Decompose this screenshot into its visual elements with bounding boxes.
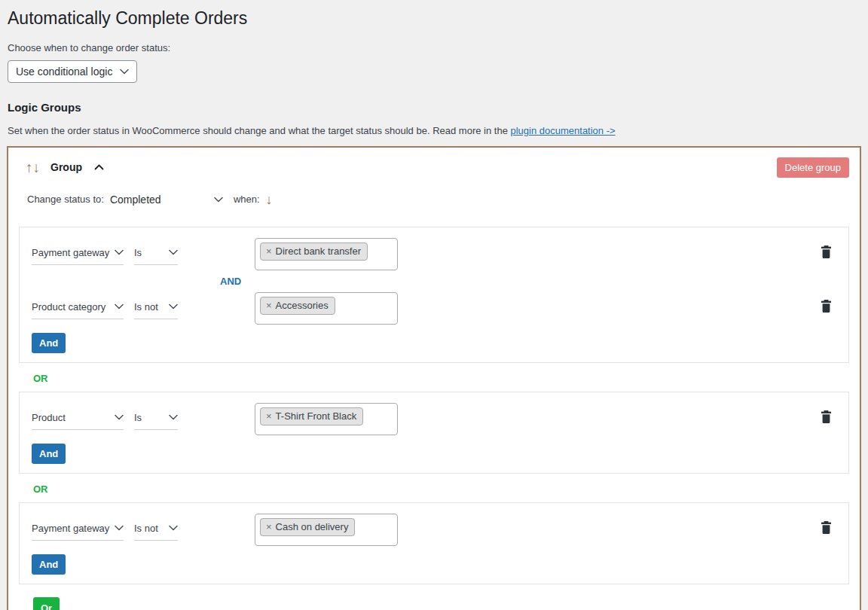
delete-condition-button[interactable] [816, 292, 836, 316]
delete-condition-button[interactable] [816, 238, 836, 261]
condition-operator-select[interactable]: Is not [134, 301, 178, 319]
condition-row: Product Is ×T-Shirt Front Black [32, 403, 836, 435]
value-tag-label: Cash on delivery [276, 521, 349, 532]
remove-tag-icon[interactable]: × [266, 411, 272, 421]
condition-field-select[interactable]: Product [32, 412, 124, 430]
chevron-down-icon [115, 525, 124, 531]
down-arrow-icon: ↓ [266, 193, 273, 206]
condition-field-value: Product [32, 412, 66, 423]
settings-page: Automatically Complete Orders Choose whe… [0, 0, 868, 610]
condition-field-select[interactable]: Product category [32, 301, 124, 319]
add-or-subgroup-button[interactable]: Or [33, 597, 60, 610]
chevron-down-icon [214, 197, 223, 203]
trash-icon [821, 300, 832, 313]
condition-subgroup: Product Is ×T-Shirt Front Black And [19, 392, 849, 474]
condition-operator-select[interactable]: Is [134, 412, 178, 430]
condition-operator-select[interactable]: Is [134, 247, 178, 265]
move-group-down-icon[interactable]: ↓ [33, 160, 41, 175]
condition-field-value: Payment gateway [32, 523, 109, 534]
chevron-down-icon [120, 69, 129, 75]
condition-values-input[interactable]: ×Direct bank transfer [255, 238, 398, 270]
remove-tag-icon[interactable]: × [266, 246, 272, 256]
or-separator: OR [33, 373, 849, 384]
delete-group-button[interactable]: Delete group [777, 157, 849, 178]
add-and-condition-button[interactable]: And [32, 554, 66, 575]
logic-group: ↑↓ Group Delete group Change status to: … [7, 146, 861, 610]
condition-operator-value: Is [134, 412, 142, 423]
condition-operator-value: Is [134, 247, 142, 258]
chevron-down-icon [115, 414, 124, 420]
value-tag-label: Direct bank transfer [276, 246, 361, 257]
change-status-label: Change status to: [27, 194, 104, 205]
target-status-value: Completed [110, 194, 161, 206]
logic-groups-heading: Logic Groups [8, 101, 861, 114]
value-tag: ×T-Shirt Front Black [260, 407, 363, 425]
trash-icon [821, 246, 832, 258]
chevron-down-icon [169, 414, 178, 420]
or-separator: OR [33, 483, 849, 495]
add-and-condition-button[interactable]: And [32, 333, 66, 353]
chevron-down-icon [115, 249, 124, 255]
condition-operator-value: Is not [134, 523, 158, 534]
condition-operator-select[interactable]: Is not [134, 523, 178, 541]
delete-condition-button[interactable] [816, 514, 836, 537]
value-tag-label: T-Shirt Front Black [276, 410, 357, 422]
chevron-down-icon [169, 249, 178, 255]
chevron-down-icon [115, 303, 124, 310]
condition-values-input[interactable]: ×T-Shirt Front Black [255, 403, 398, 435]
remove-tag-icon[interactable]: × [266, 522, 272, 532]
condition-row: Product category Is not ×Accessories [32, 292, 836, 325]
target-status-select[interactable]: Completed [110, 194, 223, 206]
group-title: Group [50, 161, 82, 173]
value-tag: ×Accessories [260, 297, 335, 315]
condition-row: Payment gateway Is not ×Cash on delivery [32, 514, 836, 546]
remove-tag-icon[interactable]: × [266, 300, 272, 310]
change-status-mode-label: Choose when to change order status: [8, 42, 861, 53]
condition-values-input[interactable]: ×Accessories [255, 292, 398, 325]
mode-select-value: Use conditional logic [16, 66, 112, 78]
mode-select[interactable]: Use conditional logic [8, 60, 137, 83]
chevron-down-icon [169, 303, 178, 310]
condition-field-select[interactable]: Payment gateway [32, 523, 124, 541]
when-label: when: [234, 194, 260, 205]
condition-row: Payment gateway Is ×Direct bank transfer [32, 238, 836, 270]
value-tag-label: Accessories [276, 300, 329, 311]
page-title: Automatically Complete Orders [7, 0, 861, 30]
add-and-condition-button[interactable]: And [32, 444, 66, 464]
condition-values-input[interactable]: ×Cash on delivery [255, 514, 398, 546]
group-header: ↑↓ Group Delete group [19, 148, 849, 179]
condition-field-value: Product category [32, 301, 105, 313]
condition-subgroup: Payment gateway Is ×Direct bank transfer… [19, 227, 849, 363]
description-text: Set when the order status in WooCommerce… [8, 125, 510, 136]
condition-subgroup: Payment gateway Is not ×Cash on delivery… [19, 502, 849, 584]
condition-operator-value: Is not [134, 301, 158, 313]
delete-condition-button[interactable] [816, 403, 836, 426]
trash-icon [821, 410, 832, 423]
and-separator: AND [220, 276, 836, 287]
condition-field-select[interactable]: Payment gateway [32, 247, 124, 265]
collapse-group-icon[interactable] [94, 164, 104, 170]
plugin-documentation-link[interactable]: plugin documentation -> [510, 125, 615, 136]
condition-field-value: Payment gateway [32, 247, 109, 258]
value-tag: ×Direct bank transfer [260, 242, 368, 261]
change-status-row: Change status to: Completed when: ↓ [19, 179, 849, 206]
trash-icon [821, 521, 832, 534]
logic-groups-description: Set when the order status in WooCommerce… [8, 125, 861, 136]
move-group-up-icon[interactable]: ↑ [26, 160, 33, 175]
value-tag: ×Cash on delivery [260, 518, 355, 536]
chevron-down-icon [169, 525, 178, 531]
